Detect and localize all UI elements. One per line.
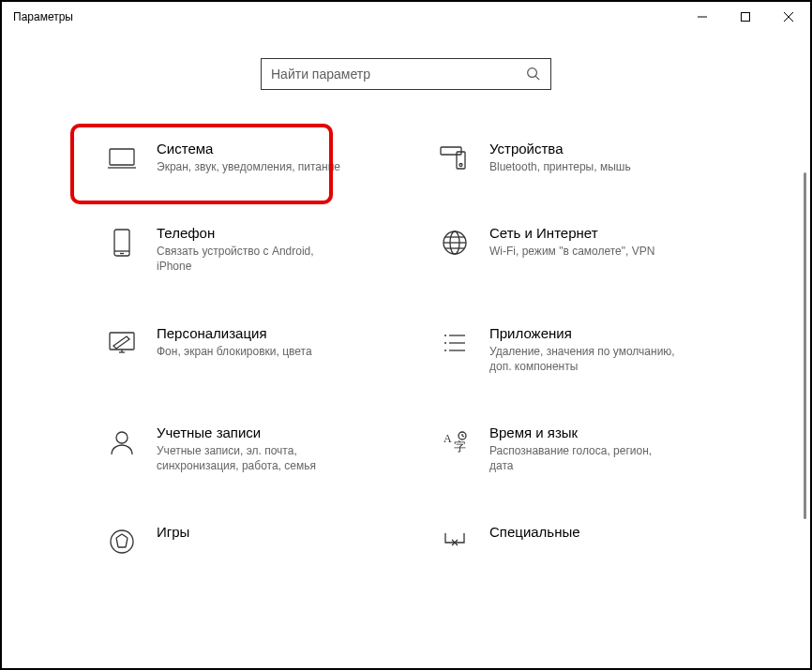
tile-network[interactable]: Сеть и Интернет Wi-Fi, режим "в самолете… (439, 225, 734, 274)
tile-title: Телефон (157, 225, 401, 241)
tile-title: Специальные (489, 524, 734, 540)
tile-title: Приложения (489, 325, 734, 341)
ease-of-access-icon (439, 526, 471, 558)
personalization-icon (106, 327, 138, 359)
window-controls (681, 2, 810, 32)
tile-gaming[interactable]: Игры (106, 524, 401, 558)
svg-point-28 (116, 432, 128, 443)
svg-text:字: 字 (454, 439, 466, 454)
svg-line-5 (535, 76, 539, 80)
svg-text:A: A (444, 432, 452, 445)
phone-icon (106, 227, 138, 259)
tile-desc: Учетные записи, эл. почта, синхронизация… (157, 443, 344, 473)
tile-desc: Распознавание голоса, регион, дата (489, 443, 677, 473)
svg-line-33 (462, 436, 464, 437)
search-box[interactable] (261, 58, 551, 90)
time-language-icon: A字 (439, 426, 471, 458)
tile-title: Время и язык (489, 424, 734, 440)
tile-title: Персонализация (157, 325, 401, 341)
tile-desc: Wi-Fi, режим "в самолете", VPN (489, 244, 677, 259)
tile-title: Игры (157, 524, 401, 540)
tile-desc: Удаление, значения по умолчанию, доп. ко… (489, 344, 677, 374)
tile-title: Сеть и Интернет (489, 225, 734, 241)
tile-apps[interactable]: Приложения Удаление, значения по умолчан… (439, 325, 734, 374)
svg-rect-6 (110, 149, 134, 165)
svg-point-34 (111, 530, 133, 553)
tile-title: Устройства (489, 141, 734, 156)
svg-point-10 (459, 164, 462, 167)
apps-icon (439, 327, 471, 359)
tile-desc: Bluetooth, принтеры, мышь (489, 159, 677, 174)
tile-phone[interactable]: Телефон Связать устройство с Android, iP… (106, 225, 401, 274)
scrollbar[interactable] (804, 172, 806, 519)
minimize-button[interactable] (681, 2, 724, 32)
search-icon (526, 67, 541, 82)
devices-icon (439, 142, 471, 174)
system-icon (106, 142, 138, 174)
tile-desc: Связать устройство с Android, iPhone (157, 244, 344, 274)
svg-point-4 (528, 68, 537, 78)
tile-title: Система (157, 141, 401, 156)
tile-personalization[interactable]: Персонализация Фон, экран блокировки, цв… (106, 325, 401, 374)
tile-system[interactable]: Система Экран, звук, уведомления, питани… (106, 141, 401, 174)
globe-icon (439, 227, 471, 259)
tile-title: Учетные записи (157, 424, 401, 440)
svg-rect-1 (742, 13, 750, 22)
accounts-icon (106, 426, 138, 458)
gaming-icon (106, 526, 138, 558)
tile-devices[interactable]: Устройства Bluetooth, принтеры, мышь (439, 141, 734, 174)
svg-rect-8 (441, 147, 461, 155)
search-input[interactable] (271, 67, 526, 82)
svg-rect-11 (114, 230, 129, 256)
titlebar: Параметры (2, 2, 810, 32)
settings-grid: Система Экран, звук, уведомления, питани… (78, 141, 734, 558)
window-title: Параметры (13, 10, 681, 23)
tile-time-language[interactable]: A字 Время и язык Распознавание голоса, ре… (439, 424, 734, 473)
content-area: Система Экран, звук, уведомления, питани… (2, 32, 810, 668)
tile-accounts[interactable]: Учетные записи Учетные записи, эл. почта… (106, 424, 401, 473)
svg-rect-19 (110, 333, 134, 350)
tile-desc: Фон, экран блокировки, цвета (157, 344, 344, 359)
close-button[interactable] (767, 2, 810, 32)
tile-desc: Экран, звук, уведомления, питание (157, 159, 344, 174)
maximize-button[interactable] (724, 2, 767, 32)
tile-ease-of-access[interactable]: Специальные (439, 524, 734, 558)
